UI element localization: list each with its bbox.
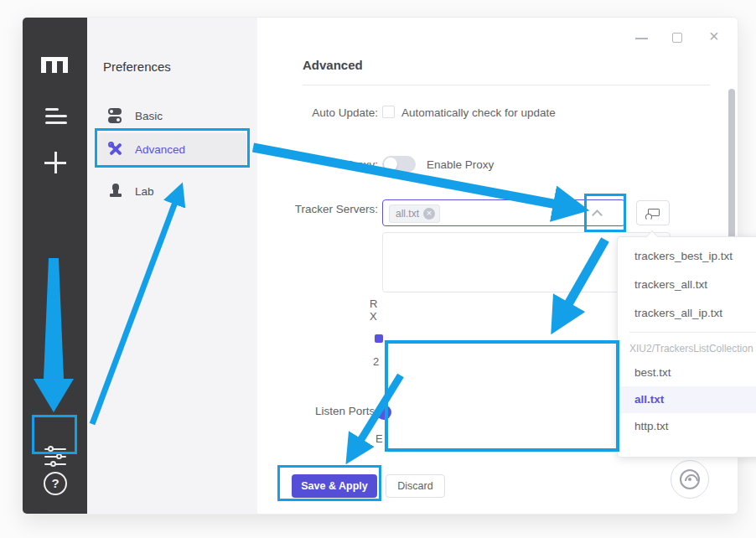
task-list-icon[interactable] <box>45 108 67 128</box>
preferences-sliders-icon[interactable] <box>44 447 66 467</box>
auto-update-label: Auto Update: <box>227 106 378 119</box>
add-task-icon[interactable] <box>44 152 66 173</box>
proxy-toggle[interactable] <box>382 156 416 173</box>
app-window: ? Preferences Basic Advanced Lab × Ad <box>22 17 738 515</box>
tracker-servers-label: Tracker Servers: <box>227 203 378 215</box>
tracker-servers-select[interactable]: all.txt × <box>382 199 625 226</box>
speed-limit-button[interactable] <box>671 460 709 499</box>
menu-item-label: Lab <box>135 185 154 198</box>
auto-update-checkbox-label: Automatically check for update <box>401 106 556 119</box>
proxy-label: Proxy: <box>227 158 378 171</box>
main-content: × Advanced Auto Update: Automatically ch… <box>257 18 739 514</box>
menu-item-advanced[interactable]: Advanced <box>98 133 246 165</box>
tracker-dropdown: trackers_best_ip.txt trackers_all.txt tr… <box>617 236 756 458</box>
proxy-toggle-label: Enable Proxy <box>427 158 494 171</box>
listen-ports-label: Listen Ports: <box>227 405 378 417</box>
motrix-logo-icon[interactable] <box>41 57 68 73</box>
obscured-text-fragment: X <box>370 310 377 323</box>
menu-item-label: Advanced <box>135 143 185 156</box>
dropdown-option[interactable]: best.txt <box>618 360 756 386</box>
dropdown-option-selected[interactable]: all.txt ✓ <box>618 386 756 413</box>
preferences-panel: Preferences Basic Advanced Lab <box>87 18 257 514</box>
window-maximize-button[interactable] <box>672 33 682 43</box>
obscured-control-fragment <box>376 405 391 420</box>
chevron-up-icon[interactable] <box>592 210 603 220</box>
page-title: Advanced <box>303 58 363 72</box>
sync-tracker-list-button[interactable] <box>636 200 670 225</box>
dropdown-option[interactable]: trackers_all_ip.txt <box>618 299 756 328</box>
toggles-icon <box>108 108 123 123</box>
help-icon[interactable]: ? <box>44 472 67 495</box>
option-label: best.txt <box>634 360 671 386</box>
dropdown-group-label: XIU2/TrackersListCollection <box>618 338 756 360</box>
speedometer-icon <box>680 469 700 489</box>
tag-label: all.txt <box>396 208 419 220</box>
obscured-checkbox-fragment <box>375 334 383 343</box>
app-sidebar: ? <box>23 18 87 514</box>
lab-stamp-icon <box>108 184 123 199</box>
option-label: http.txt <box>634 413 669 440</box>
auto-update-checkbox[interactable] <box>382 106 395 118</box>
title-divider <box>303 85 710 85</box>
tools-icon <box>108 142 123 157</box>
tag-close-icon[interactable]: × <box>423 208 435 220</box>
obscured-text-fragment: 2 <box>373 355 379 368</box>
dropdown-divider <box>629 332 756 333</box>
menu-item-label: Basic <box>135 110 163 122</box>
dropdown-option[interactable]: trackers_all.txt <box>618 271 756 299</box>
dropdown-option[interactable]: trackers_best_ip.txt <box>618 242 756 271</box>
discard-button[interactable]: Discard <box>386 474 445 498</box>
panel-title: Preferences <box>103 59 171 74</box>
dropdown-option[interactable]: http.txt <box>618 413 756 440</box>
menu-item-lab[interactable]: Lab <box>95 178 250 204</box>
window-minimize-button[interactable] <box>635 38 648 39</box>
selected-tracker-tag: all.txt × <box>389 204 440 223</box>
obscured-text-fragment: R <box>370 297 377 310</box>
obscured-text-fragment: E <box>375 432 383 445</box>
save-apply-button[interactable]: Save & Apply <box>292 474 377 498</box>
window-close-button[interactable]: × <box>709 28 719 44</box>
option-label: all.txt <box>634 386 664 413</box>
